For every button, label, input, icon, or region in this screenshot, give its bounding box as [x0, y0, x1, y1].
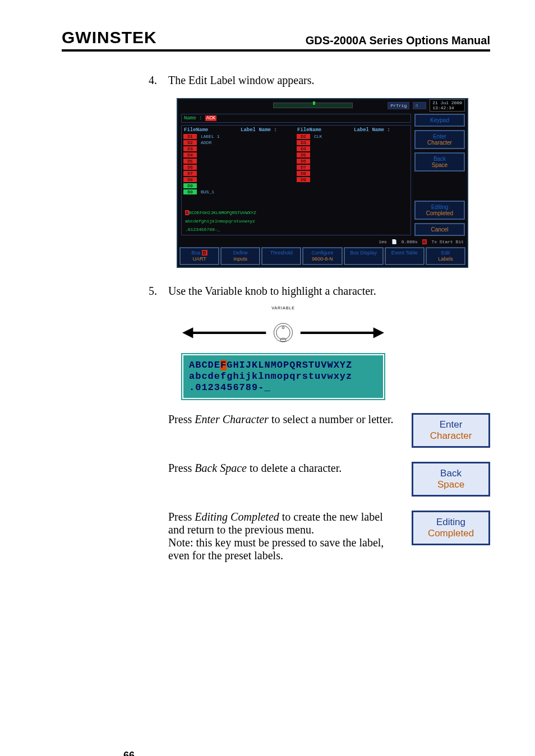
- list-item: D7: [183, 170, 296, 177]
- variable-knob-figure: VARIABLE ABCDEFGHIJKLNMOPQRSTUVWXYZ abcd…: [182, 306, 384, 399]
- char-lower: abcdefghijklnmopqrstuvwxyz: [183, 217, 409, 225]
- svg-marker-1: [182, 327, 193, 338]
- list-item: D7: [296, 164, 409, 170]
- list-item: D4: [296, 146, 409, 152]
- char-panel: ABCDEFGHIJKLNMOPQRSTUVWXYZ abcdefghijkln…: [182, 354, 384, 399]
- bottom-softkey[interactable]: Bus Display: [344, 247, 384, 265]
- col-filename-l: FileName: [183, 127, 239, 133]
- step-5: 5. Use the Variable knob to highlight a …: [168, 285, 490, 562]
- arrow-left-icon: [182, 325, 268, 341]
- list-item: D4: [183, 152, 296, 158]
- datetime: 21 Jul 200913:42:34: [430, 99, 465, 112]
- col-labelname-r: Label Name :: [353, 127, 409, 133]
- page-number: 66: [123, 750, 135, 756]
- bottom-softkey[interactable]: Configure9600-8-N: [302, 247, 342, 265]
- side-softkey[interactable]: EditingCompleted: [414, 201, 465, 220]
- page-header: GWINSTEK GDS-2000A Series Options Manual: [62, 28, 490, 52]
- editing-completed-button[interactable]: EditingCompleted: [412, 511, 490, 545]
- svg-marker-7: [373, 327, 384, 338]
- side-softkey[interactable]: BackSpace: [414, 152, 465, 171]
- list-item: D6: [296, 158, 409, 164]
- list-item: D5: [296, 152, 409, 158]
- name-field: Name : ACK: [181, 114, 411, 123]
- list-item: D3: [296, 140, 409, 146]
- svg-point-2: [274, 323, 292, 342]
- step-5-num: 5.: [149, 285, 157, 298]
- bottom-softkey[interactable]: DefineInputs: [220, 247, 260, 265]
- bottom-softkey[interactable]: Threshold: [261, 247, 301, 265]
- knob-icon: [273, 309, 293, 356]
- brand-logo: GWINSTEK: [62, 28, 157, 47]
- svg-point-4: [280, 338, 286, 342]
- bottom-softkey[interactable]: EditLabels: [426, 247, 465, 265]
- action-back: Press Back Space to delete a character. …: [168, 462, 490, 497]
- svg-point-3: [276, 326, 290, 339]
- list-item: B0BUS_1: [183, 189, 296, 195]
- col-filename-r: FileName: [296, 127, 353, 133]
- list-item: D1LABEL 1: [183, 133, 296, 140]
- action-done: Press Editing Completed to create the ne…: [168, 511, 490, 562]
- bottom-softkey[interactable]: Bus BUART: [179, 247, 219, 265]
- list-item: D8: [183, 177, 296, 183]
- enter-character-button[interactable]: EnterCharacter: [412, 413, 490, 448]
- list-item: D6: [183, 164, 296, 170]
- action-enter: Press Enter Character to select a number…: [168, 413, 490, 448]
- edit-label-screenshot: PrTrig ⎍ 21 Jul 200913:42:34 Name : ACK …: [177, 98, 468, 268]
- list-item: D9: [296, 177, 409, 183]
- list-item: D2CLK: [296, 133, 409, 140]
- step-4-num: 4.: [149, 74, 157, 87]
- char-nums: .0123456789-_: [183, 225, 409, 234]
- side-softkey[interactable]: EnterCharacter: [414, 130, 465, 149]
- side-softkey[interactable]: Keypad: [414, 114, 465, 127]
- list-item: D9: [183, 183, 296, 189]
- side-softkey[interactable]: Cancel: [414, 223, 465, 236]
- list-item: D3: [183, 146, 296, 152]
- list-item: D2ADDR: [183, 140, 296, 146]
- svg-point-5: [282, 327, 284, 329]
- back-space-button[interactable]: BackSpace: [412, 462, 490, 497]
- arrow-right-icon: [299, 325, 384, 341]
- char-upper: ABCDEFGHIJKLNMOPQRSTUVWXYZ: [183, 208, 409, 217]
- status-bar: 1ms 📄 0.000s B Tx Start Bit: [178, 238, 467, 245]
- edge-icon: ⎍: [413, 102, 426, 109]
- col-labelname-l: Label Name :: [239, 127, 296, 133]
- trigger-mode: PrTrig: [388, 102, 409, 109]
- bottom-softkey[interactable]: Event Table: [385, 247, 425, 265]
- list-item: D5: [183, 158, 296, 164]
- step-4-text: The Edit Label window appears.: [168, 74, 314, 86]
- list-item: D8: [296, 170, 409, 177]
- step-5-text: Use the Variable knob to highlight a cha…: [168, 285, 376, 297]
- doc-title: GDS-2000A Series Options Manual: [306, 34, 490, 47]
- timebase-bar: [273, 103, 353, 108]
- step-4: 4. The Edit Label window appears. PrTrig…: [168, 74, 490, 268]
